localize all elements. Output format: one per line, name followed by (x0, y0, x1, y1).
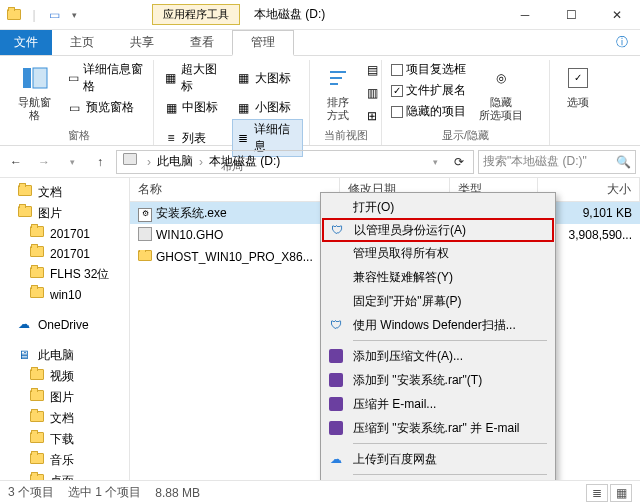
tree-item[interactable]: 201701 (0, 224, 129, 244)
menu-item[interactable]: 添加到 "安装系统.rar"(T) (323, 368, 553, 392)
menu-separator (353, 474, 547, 475)
preview-pane-option[interactable]: ▭预览窗格 (64, 98, 147, 117)
menu-item-icon: 🛡 (328, 221, 346, 239)
menu-item-icon (327, 268, 345, 286)
menu-item[interactable]: 🛡以管理员身份运行(A) (322, 218, 554, 242)
menu-item[interactable]: 压缩到 "安装系统.rar" 并 E-mail (323, 416, 553, 440)
crumb-loc[interactable]: 本地磁盘 (D:) (205, 153, 284, 170)
close-button[interactable]: ✕ (594, 0, 640, 30)
drive-icon (123, 153, 141, 171)
maximize-button[interactable]: ☐ (548, 0, 594, 30)
tree-item[interactable]: 文档 (0, 182, 129, 203)
chk-extensions[interactable]: ✓文件扩展名 (388, 81, 469, 100)
file-icon (138, 227, 152, 244)
window-title: 本地磁盘 (D:) (254, 6, 325, 23)
crumb-pc[interactable]: 此电脑 (153, 153, 197, 170)
cols-icon[interactable]: ▥ (364, 85, 380, 101)
tree-item[interactable]: 201701 (0, 244, 129, 264)
tree-item[interactable]: win10 (0, 285, 129, 305)
layout-m-icons[interactable]: ▦中图标 (160, 98, 231, 117)
refresh-button[interactable]: ⟳ (447, 150, 471, 174)
chevron-right-icon[interactable]: › (145, 155, 153, 169)
minimize-button[interactable]: ─ (502, 0, 548, 30)
hide-sel-button[interactable]: ◎ 隐藏 所选项目 (473, 60, 529, 126)
fit-icon[interactable]: ⊞ (364, 108, 380, 124)
ribbon: 导航窗格 ▭详细信息窗格 ▭预览窗格 窗格 ▦超大图标▦大图标 ▦中图标▦小图标… (0, 56, 640, 146)
menu-item-icon (327, 292, 345, 310)
tree-item[interactable]: 下载 (0, 429, 129, 450)
chk-hidden[interactable]: 隐藏的项目 (388, 102, 469, 121)
file-icon (138, 250, 152, 264)
folder-icon (30, 226, 46, 242)
view-large-icon[interactable]: ▦ (610, 484, 632, 502)
qat-dd-icon[interactable]: ▾ (66, 7, 82, 23)
menu-item-icon (327, 371, 345, 389)
col-name[interactable]: 名称 (130, 178, 340, 201)
recent-dd-icon[interactable]: ▾ (60, 150, 84, 174)
menu-item[interactable]: 固定到"开始"屏幕(P) (323, 289, 553, 313)
qat-props-icon[interactable]: ▭ (46, 7, 62, 23)
nav-tree[interactable]: 文档图片201701201701FLHS 32位win10☁OneDrive🖥此… (0, 178, 130, 488)
tree-item[interactable]: 文档 (0, 408, 129, 429)
tree-item[interactable]: 音乐 (0, 450, 129, 471)
options-button[interactable]: ✓ 选项 (556, 60, 600, 141)
group-icon[interactable]: ▤ (364, 62, 380, 78)
menu-item[interactable]: 添加到压缩文件(A)... (323, 344, 553, 368)
detail-pane-option[interactable]: ▭详细信息窗格 (64, 60, 147, 96)
sort-icon (322, 62, 354, 94)
chevron-right-icon[interactable]: › (197, 155, 205, 169)
tree-item[interactable]: 图片 (0, 387, 129, 408)
folder-icon (30, 369, 46, 385)
status-count: 3 个项目 (8, 484, 54, 501)
nav-pane-button[interactable]: 导航窗格 (10, 60, 60, 126)
svg-rect-1 (33, 68, 47, 88)
up-button[interactable]: ↑ (88, 150, 112, 174)
tab-share[interactable]: 共享 (112, 30, 172, 55)
options-icon: ✓ (562, 62, 594, 94)
menu-item[interactable]: 🛡使用 Windows Defender扫描... (323, 313, 553, 337)
layout-s-icons[interactable]: ▦小图标 (233, 98, 304, 117)
back-button[interactable]: ← (4, 150, 28, 174)
tree-item[interactable]: 图片 (0, 203, 129, 224)
menu-item[interactable]: 兼容性疑难解答(Y) (323, 265, 553, 289)
group-showhide: 显示/隐藏 (388, 126, 543, 145)
addr-dd-icon[interactable]: ▾ (423, 150, 447, 174)
nav-pane-icon (19, 62, 51, 94)
group-panes: 窗格 (10, 126, 147, 145)
tree-item[interactable]: 视频 (0, 366, 129, 387)
hide-icon: ◎ (485, 62, 517, 94)
folder-icon (18, 185, 34, 201)
menu-item[interactable]: 管理员取得所有权 (323, 241, 553, 265)
tree-item[interactable]: FLHS 32位 (0, 264, 129, 285)
folder-icon (30, 390, 46, 406)
chk-checkboxes[interactable]: 项目复选框 (388, 60, 469, 79)
menu-item[interactable]: 压缩并 E-mail... (323, 392, 553, 416)
menu-item-icon (327, 419, 345, 437)
forward-button[interactable]: → (32, 150, 56, 174)
status-size: 8.88 MB (155, 486, 200, 500)
cloud-icon: ☁ (18, 317, 34, 333)
menu-item[interactable]: ☁上传到百度网盘 (323, 447, 553, 471)
tab-view[interactable]: 查看 (172, 30, 232, 55)
tab-manage[interactable]: 管理 (232, 30, 294, 56)
search-input[interactable]: 搜索"本地磁盘 (D:)"🔍 (478, 150, 636, 174)
ribbon-help-icon[interactable]: ⓘ (604, 30, 640, 55)
tree-pc[interactable]: 🖥此电脑 (0, 345, 129, 366)
breadcrumb[interactable]: › 此电脑 › 本地磁盘 (D:) ▾ ⟳ (116, 150, 474, 174)
layout-xl-icons[interactable]: ▦超大图标 (160, 60, 231, 96)
context-tab[interactable]: 应用程序工具 (152, 4, 240, 25)
folder-icon (30, 267, 46, 283)
status-bar: 3 个项目 选中 1 个项目 8.88 MB ≣ ▦ (0, 480, 640, 504)
tab-home[interactable]: 主页 (52, 30, 112, 55)
layout-l-icons[interactable]: ▦大图标 (233, 60, 304, 96)
menu-item-icon (327, 198, 345, 216)
tab-file[interactable]: 文件 (0, 30, 52, 55)
menu-item[interactable]: 打开(O) (323, 195, 553, 219)
view-details-icon[interactable]: ≣ (586, 484, 608, 502)
tree-onedrive[interactable]: ☁OneDrive (0, 315, 129, 335)
folder-icon (30, 411, 46, 427)
qat-divider: | (26, 7, 42, 23)
folder-icon (6, 7, 22, 23)
sort-button[interactable]: 排序方式 (316, 60, 360, 126)
folder-icon (30, 453, 46, 469)
